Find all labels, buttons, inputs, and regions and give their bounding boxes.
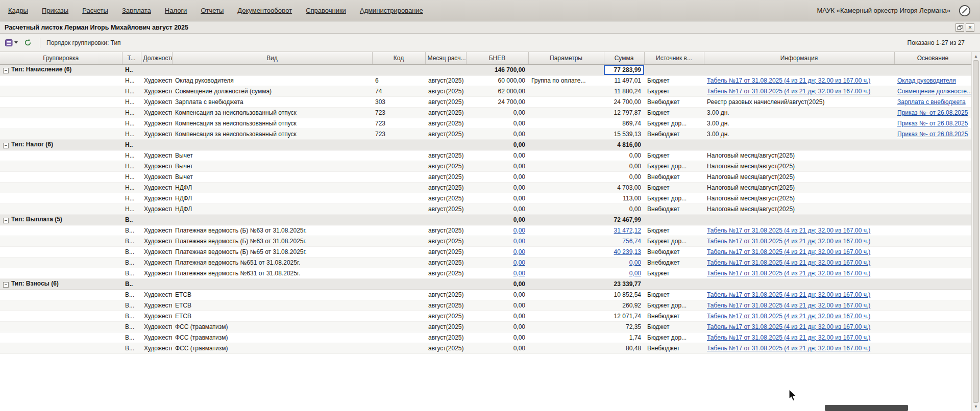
cell-month[interactable]: август(2025): [425, 246, 466, 257]
grouping-order-value[interactable]: Тип: [111, 39, 121, 46]
report-settings-button[interactable]: [5, 37, 18, 49]
cell-source[interactable]: Бюджет дор...: [644, 332, 704, 343]
cell-info[interactable]: Табель №17 от 31.08.2025 (4 из 21 дн; 32…: [704, 332, 894, 343]
cell-type[interactable]: Н...: [122, 107, 141, 118]
cell-group[interactable]: [0, 343, 122, 353]
cell-sum-link[interactable]: 0,00: [629, 259, 641, 266]
cell-code[interactable]: [372, 246, 425, 257]
cell-type[interactable]: Н...: [122, 203, 141, 214]
cell-sum[interactable]: 0,00: [604, 203, 644, 214]
cell-post[interactable]: [141, 278, 172, 289]
cell-code[interactable]: [372, 257, 425, 268]
cell-month[interactable]: август(2025): [425, 150, 466, 161]
cell-basis[interactable]: [894, 246, 971, 257]
cell-group[interactable]: [0, 332, 122, 343]
cell-vid[interactable]: Платежная ведомость (Б) №63 от 31.08.202…: [172, 225, 372, 236]
cell-code[interactable]: 74: [372, 86, 425, 96]
cell-params[interactable]: [528, 246, 604, 257]
cell-source[interactable]: Внебюджет: [644, 203, 704, 214]
cell-info[interactable]: [704, 139, 894, 150]
cell-code[interactable]: [372, 203, 425, 214]
cell-bnev-total[interactable]: 0,00: [466, 278, 528, 289]
cell-sum[interactable]: 40 239,13: [604, 246, 644, 257]
cell-basis[interactable]: Приказ №- от 26.08.2025: [894, 129, 971, 139]
cell-vid[interactable]: ФСС (травматизм): [172, 332, 372, 343]
cell-post[interactable]: Художестве...: [141, 182, 172, 193]
cell-post[interactable]: Художестве...: [141, 311, 172, 321]
cell-code[interactable]: [372, 268, 425, 278]
cell-source[interactable]: Внебюджет: [644, 343, 704, 353]
cell-group[interactable]: [0, 289, 122, 300]
cell-params[interactable]: [528, 236, 604, 246]
column-header[interactable]: Т...: [122, 52, 141, 64]
cell-sum[interactable]: 113,00: [604, 193, 644, 203]
cell-post[interactable]: Художестве...: [141, 225, 172, 236]
cell-info-link[interactable]: Табель №17 от 31.08.2025 (4 из 21 дн; 32…: [707, 227, 870, 234]
bottom-scrollbar-thumb[interactable]: [825, 405, 908, 411]
cell-month[interactable]: август(2025): [425, 75, 466, 86]
cell-source[interactable]: Внебюджет: [644, 311, 704, 321]
cell-month[interactable]: август(2025): [425, 236, 466, 246]
cell-info[interactable]: Налоговый месяц/август(2025): [704, 203, 894, 214]
cell-month[interactable]: август(2025): [425, 96, 466, 107]
cell-group[interactable]: [0, 321, 122, 332]
column-header[interactable]: Вид: [172, 52, 372, 64]
cell-params[interactable]: [528, 161, 604, 171]
menu-item-2[interactable]: Приказы: [42, 7, 68, 14]
cell-basis[interactable]: [894, 321, 971, 332]
cell-basis[interactable]: [894, 332, 971, 343]
menu-item-9[interactable]: Администрирование: [360, 7, 423, 14]
cell-vid[interactable]: Зарплата с внебюджета: [172, 96, 372, 107]
cell-type[interactable]: В...: [122, 257, 141, 268]
vertical-scrollbar-thumb[interactable]: [973, 60, 979, 403]
cell-params[interactable]: [528, 118, 604, 129]
cell-bnev[interactable]: 0,00: [466, 300, 528, 311]
cell-month[interactable]: август(2025): [425, 321, 466, 332]
cell-bnev-total[interactable]: 0,00: [466, 214, 528, 225]
cell-sum[interactable]: 756,74: [604, 236, 644, 246]
cell-bnev-link[interactable]: 0,00: [513, 259, 525, 266]
cell-basis[interactable]: [894, 268, 971, 278]
menu-item-3[interactable]: Расчеты: [82, 7, 108, 14]
cell-info[interactable]: 3.00 дн.: [704, 107, 894, 118]
cell-source[interactable]: Внебюджет: [644, 257, 704, 268]
cell-group[interactable]: [0, 150, 122, 161]
cell-info[interactable]: 3.00 дн.: [704, 129, 894, 139]
cell-params[interactable]: [528, 64, 604, 75]
cell-code[interactable]: 303: [372, 96, 425, 107]
cell-bnev[interactable]: 62 000,00: [466, 86, 528, 96]
cell-info[interactable]: Табель №17 от 31.08.2025 (4 из 21 дн; 32…: [704, 311, 894, 321]
cell-post[interactable]: [141, 214, 172, 225]
cell-sum[interactable]: 10 852,54: [604, 289, 644, 300]
cell-code[interactable]: 723: [372, 118, 425, 129]
cell-basis[interactable]: Приказ №- от 26.08.2025: [894, 118, 971, 129]
cell-bnev[interactable]: 0,00: [466, 343, 528, 353]
cell-sum-total[interactable]: 72 467,99: [604, 214, 644, 225]
cell-basis[interactable]: [894, 161, 971, 171]
cell-post[interactable]: [141, 139, 172, 150]
cell-post[interactable]: Художестве...: [141, 150, 172, 161]
cell-group[interactable]: [0, 311, 122, 321]
cell-sum[interactable]: 0,00: [604, 257, 644, 268]
cell-type[interactable]: В..: [122, 214, 141, 225]
cell-bnev[interactable]: 60 000,00: [466, 75, 528, 86]
close-window-button[interactable]: ×: [966, 23, 974, 32]
cell-basis[interactable]: Совмещение должносте...: [894, 86, 971, 96]
cell-bnev[interactable]: 0,00: [466, 171, 528, 182]
cell-vid[interactable]: Вычет: [172, 171, 372, 182]
cell-source[interactable]: Бюджет: [644, 75, 704, 86]
cell-sum[interactable]: 11 880,24: [604, 86, 644, 96]
cell-group[interactable]: [0, 96, 122, 107]
cell-group[interactable]: [0, 225, 122, 236]
cell-type[interactable]: Н...: [122, 96, 141, 107]
cell-params[interactable]: Группа по оплате...: [528, 75, 604, 86]
cell-source[interactable]: [644, 64, 704, 75]
cell-source[interactable]: Бюджет: [644, 86, 704, 96]
cell-vid[interactable]: Платежная ведомость (Б) №63 от 31.08.202…: [172, 236, 372, 246]
cell-group[interactable]: [0, 246, 122, 257]
cell-source[interactable]: Бюджет дор...: [644, 300, 704, 311]
cell-info[interactable]: Табель №17 от 31.08.2025 (4 из 21 дн; 32…: [704, 300, 894, 311]
cell-source[interactable]: Бюджет: [644, 225, 704, 236]
cell-type[interactable]: В...: [122, 246, 141, 257]
cell-group[interactable]: [0, 161, 122, 171]
